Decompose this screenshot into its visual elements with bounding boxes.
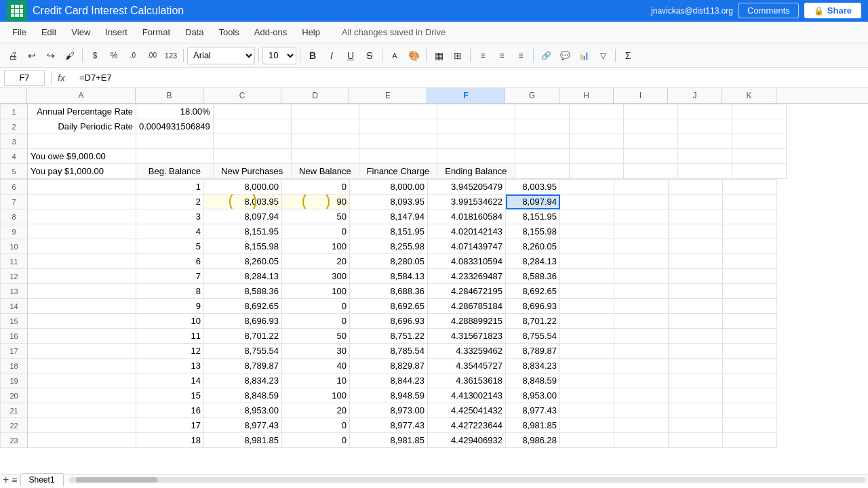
row-num-3[interactable]: 3 [1,134,28,149]
cell-h2[interactable] [569,119,623,134]
row-num-16[interactable]: 16 [1,329,28,344]
cell-f8[interactable]: 4.018160584 [428,209,506,224]
cell-j10[interactable] [669,239,723,254]
cell-e14[interactable]: 8,692.65 [350,299,428,314]
cell-k8[interactable] [723,209,777,224]
cell-h10[interactable] [560,239,614,254]
row-num-12[interactable]: 12 [1,269,28,284]
cell-j11[interactable] [669,254,723,269]
menu-edit[interactable]: Edit [35,24,63,40]
cell-a19[interactable] [28,373,136,388]
cell-j3[interactable] [677,134,732,149]
cell-b3[interactable] [136,134,214,149]
cell-b20[interactable]: 15 [136,388,204,403]
cell-f12[interactable]: 4.233269487 [428,269,506,284]
cell-j23[interactable] [669,433,723,448]
col-header-b[interactable]: B [136,88,203,103]
menu-tools[interactable]: Tools [212,24,245,40]
cell-g10[interactable]: 8,260.05 [506,239,560,254]
cell-i7[interactable] [614,195,669,209]
cell-g20[interactable]: 8,953.00 [506,388,560,403]
cell-c19[interactable]: 8,834.23 [204,373,282,388]
cell-k21[interactable] [723,403,777,418]
cell-c22[interactable]: 8,977.43 [204,418,282,433]
cell-a7[interactable] [28,195,136,209]
cell-j14[interactable] [669,299,723,314]
cell-b16[interactable]: 11 [136,329,204,344]
menu-help[interactable]: Help [295,24,327,40]
row-num-8[interactable]: 8 [1,209,28,224]
row-num-5[interactable]: 5 [1,164,28,179]
cell-e7[interactable]: 8,093.95 [350,195,428,209]
cell-j18[interactable] [669,359,723,373]
text-color-button[interactable]: A [386,47,403,64]
cell-j5[interactable] [677,164,732,179]
cell-reference-input[interactable] [4,70,45,86]
cell-f18[interactable]: 4.35445727 [428,359,506,373]
horizontal-scrollbar[interactable] [69,477,865,483]
sheet-list-button[interactable]: ≡ [12,474,17,485]
cell-e1[interactable] [359,104,437,119]
cell-g2[interactable] [515,119,569,134]
cell-k7[interactable] [723,195,777,209]
cell-k6[interactable] [723,180,777,195]
row-num-11[interactable]: 11 [1,254,28,269]
bold-button[interactable]: B [304,47,321,64]
row-num-19[interactable]: 19 [1,373,28,388]
cell-d18[interactable]: 40 [282,359,350,373]
cell-c9[interactable]: 8,151.95 [204,224,282,239]
row-num-17[interactable]: 17 [1,344,28,359]
cell-e12[interactable]: 8,584.13 [350,269,428,284]
cell-c6[interactable]: 8,000.00 [204,180,282,195]
cell-g22[interactable]: 8,981.85 [506,418,560,433]
cell-e18[interactable]: 8,829.87 [350,359,428,373]
borders-button[interactable]: ▦ [430,47,448,64]
cell-d20[interactable]: 100 [282,388,350,403]
col-header-a[interactable]: A [27,88,136,103]
cell-j8[interactable] [669,209,723,224]
decrease-decimal-button[interactable]: .0 [124,47,142,64]
cell-f22[interactable]: 4.427223644 [428,418,506,433]
cell-f17[interactable]: 4.33259462 [428,344,506,359]
cell-c4[interactable] [213,149,291,164]
cell-d6[interactable]: 0 [282,180,350,195]
cell-i22[interactable] [614,418,669,433]
cell-d12[interactable]: 300 [282,269,350,284]
cell-i9[interactable] [614,224,669,239]
cell-h20[interactable] [560,388,614,403]
cell-c8[interactable]: 8,097.94 [204,209,282,224]
cell-i15[interactable] [614,314,669,329]
horizontal-scrollbar-thumb[interactable] [76,477,157,483]
cell-k19[interactable] [723,373,777,388]
cell-d22[interactable]: 0 [282,418,350,433]
cell-a23[interactable] [28,433,136,448]
percent-button[interactable]: % [105,47,123,64]
cell-d3[interactable] [291,134,359,149]
link-button[interactable]: 🔗 [537,47,555,64]
cell-d16[interactable]: 50 [282,329,350,344]
cell-a2[interactable]: Daily Periodic Rate [28,119,136,134]
cell-f5[interactable]: Ending Balance [437,164,515,179]
cell-e17[interactable]: 8,785.54 [350,344,428,359]
cell-g16[interactable]: 8,755.54 [506,329,560,344]
italic-button[interactable]: I [323,47,340,64]
cell-i1[interactable] [623,104,677,119]
cell-d5[interactable]: New Balance [291,164,359,179]
cell-b1[interactable]: 18.00% [136,104,214,119]
cell-c5[interactable]: New Purchases [213,164,291,179]
col-header-f[interactable]: F [427,88,505,103]
cell-f16[interactable]: 4.315671823 [428,329,506,344]
cell-i6[interactable] [614,180,669,195]
cell-e21[interactable]: 8,973.00 [350,403,428,418]
cell-j17[interactable] [669,344,723,359]
cell-j15[interactable] [669,314,723,329]
cell-f19[interactable]: 4.36153618 [428,373,506,388]
cell-a12[interactable] [28,269,136,284]
cell-e5[interactable]: Finance Charge [359,164,437,179]
formula-input[interactable] [75,70,864,86]
increase-decimal-button[interactable]: .00 [143,47,161,64]
cell-a10[interactable] [28,239,136,254]
row-num-6[interactable]: 6 [1,180,28,195]
cell-d17[interactable]: 30 [282,344,350,359]
row-num-10[interactable]: 10 [1,239,28,254]
